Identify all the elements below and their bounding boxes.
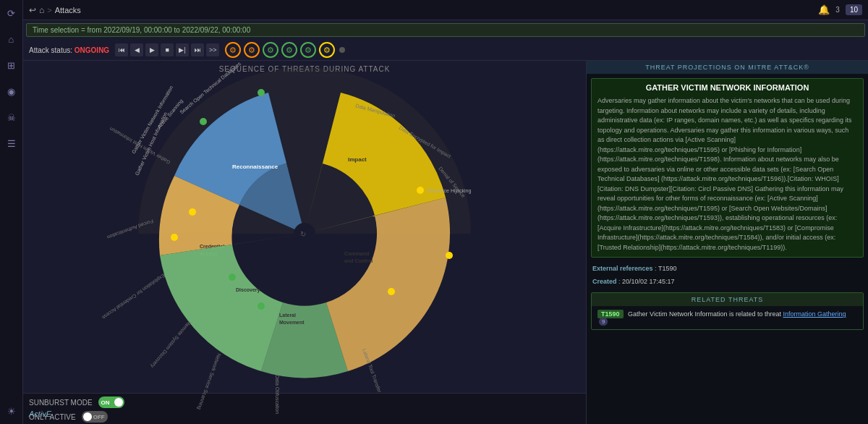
sunburst-mode-toggle[interactable]: ON xyxy=(98,397,124,408)
label-reconnaissance: Reconnaissance xyxy=(232,164,278,170)
ctrl-icon-filter3[interactable]: ⚙ xyxy=(263,42,278,58)
related-threats-section: RELATED THREATS T1590 Gather Victim Netw… xyxy=(591,292,864,330)
time-bar: Time selection = from 2022/09/19, 00:00:… xyxy=(26,23,865,37)
skip-back-button[interactable]: ⏮ xyxy=(115,43,128,56)
dot-active-scanning[interactable] xyxy=(200,118,207,125)
sidebar-icon-skull[interactable]: ☠ xyxy=(3,109,20,126)
center-icon[interactable]: ↻ xyxy=(300,230,306,238)
only-active-toggle[interactable]: OFF xyxy=(82,411,108,423)
history-icon[interactable]: ↩ xyxy=(29,5,36,15)
ctrl-icon-filter1[interactable]: ⚙ xyxy=(225,42,241,58)
user-badge[interactable]: 10 xyxy=(846,4,862,15)
outer-label-10: Gather Victim Host Information xyxy=(109,126,171,165)
attack-status-label: Attack status: ONGOING xyxy=(29,46,109,54)
only-active-row: ONLY ACTIVE OFF xyxy=(29,411,580,423)
topbar: ↩ ⌂ > Attacks 🔔 3 10 xyxy=(23,0,868,20)
bottom-bar: SUNBURST MODE ON ONLY ACTIVE OFF LEGEND xyxy=(23,393,586,424)
sunburst-container[interactable]: Gather Victim Network Information Active… xyxy=(23,75,586,393)
outer-label-8: Exploitation for Credential Access xyxy=(101,272,166,321)
step-forward-button[interactable]: ▶| xyxy=(176,43,189,56)
label-c2: Command xyxy=(344,251,369,256)
sidebar: ⟳ ⌂ ⊞ ◉ ☠ ☰ ☀ xyxy=(0,0,23,424)
related-threat-text2: is related to threat xyxy=(729,310,783,318)
skip-forward-button[interactable]: ⏭ xyxy=(191,43,204,56)
dot-app-layer[interactable] xyxy=(388,288,395,295)
related-threats-header: RELATED THREATS xyxy=(592,293,863,306)
notification-icon[interactable]: 🔔 xyxy=(818,4,830,15)
active-label: ActivE xyxy=(29,410,51,418)
created-value: 20/10/02 17:45:17 xyxy=(622,278,675,285)
threat-detail-box: GATHER VICTIM NETWORK INFORMATION Advers… xyxy=(591,78,864,258)
stop-button[interactable]: ■ xyxy=(161,43,174,56)
chart-section: SEQUENCE OF THREATS DURING ATTACK Gather… xyxy=(23,61,586,424)
toggle-off-label: OFF xyxy=(93,414,105,420)
main-content: ↩ ⌂ > Attacks 🔔 3 10 Time selection = fr… xyxy=(23,0,868,424)
dot-separator xyxy=(339,47,345,53)
ctrl-icon-filter6[interactable]: ⚙ xyxy=(319,42,335,58)
home-icon[interactable]: ⌂ xyxy=(39,5,44,15)
threat-title: GATHER VICTIM NETWORK INFORMATION xyxy=(597,83,857,92)
fast-forward-button[interactable]: >> xyxy=(206,43,219,56)
ctrl-icon-filter5[interactable]: ⚙ xyxy=(300,42,316,58)
topbar-right: 🔔 3 10 xyxy=(818,4,862,15)
label-impact: Impact xyxy=(348,156,367,163)
dot-remote-system[interactable] xyxy=(258,302,265,310)
ctrl-icon-filter2[interactable]: ⚙ xyxy=(244,42,260,58)
sidebar-icon-shield[interactable]: ◉ xyxy=(3,82,20,100)
sunburst-mode-row: SUNBURST MODE ON xyxy=(29,397,580,408)
sidebar-icon-home[interactable]: ⌂ xyxy=(3,30,20,48)
sidebar-icon-sun[interactable]: ☀ xyxy=(3,402,20,420)
dot-network-scan[interactable] xyxy=(229,274,236,281)
threat-description: Adversaries may gather information about… xyxy=(597,96,857,253)
play-button[interactable]: ▶ xyxy=(145,43,158,56)
sidebar-icon-grid[interactable]: ⊞ xyxy=(3,56,20,74)
created-label: Created xyxy=(592,278,617,285)
label-c2-2: and Control xyxy=(344,258,373,263)
breadcrumb: ↩ ⌂ > Attacks xyxy=(29,5,81,15)
dot-forced-auth2[interactable] xyxy=(189,208,196,216)
dot-forced-auth[interactable] xyxy=(171,234,178,241)
label-lateral-movement: Lateral xyxy=(279,313,296,318)
outer-label-5: Data Obfuscation xyxy=(275,375,280,414)
content-area: SEQUENCE OF THREATS DURING ATTACK Gather… xyxy=(23,61,868,424)
label-discovery: Discovery xyxy=(236,287,260,293)
dot-gather-victim[interactable] xyxy=(258,89,265,96)
toggle-knob xyxy=(114,398,123,407)
dot-resource-hijacking[interactable] xyxy=(417,187,424,194)
external-ref-value: T1590 xyxy=(658,265,677,272)
breadcrumb-sep: > xyxy=(47,6,51,14)
related-threat-link[interactable]: Information Gathering xyxy=(783,310,846,318)
external-ref-label: External references xyxy=(592,265,653,272)
related-threat-item: T1590 Gather Victim Network Information … xyxy=(592,306,863,329)
dot-c2-outer[interactable] xyxy=(446,252,453,259)
status-ongoing: ONGOING xyxy=(75,46,109,54)
notification-count: 3 xyxy=(835,6,840,14)
label-lateral-movement2: Movement xyxy=(279,320,305,325)
external-ref-row: External references : T1590 xyxy=(587,262,868,275)
related-threat-text1: Gather Victim Network Information xyxy=(628,310,729,318)
ctrl-icon-filter4[interactable]: ⚙ xyxy=(281,42,297,58)
created-row: Created : 20/10/02 17:45:17 xyxy=(587,275,868,288)
related-count: 9 xyxy=(599,318,608,326)
step-back-button[interactable]: ◀ xyxy=(130,43,143,56)
toggle-off-knob xyxy=(83,412,92,421)
sidebar-icon-history[interactable]: ⟳ xyxy=(3,4,20,22)
outer-label-7: Remote System Discovery xyxy=(149,320,192,370)
playback-controls: ⏮ ◀ ▶ ■ ▶| ⏭ >> xyxy=(115,43,219,56)
breadcrumb-page: Attacks xyxy=(55,6,81,14)
sunburst-mode-label: SUNBURST MODE xyxy=(29,399,93,407)
right-panel-header: THREAT PROJECTIONS ON MITRE ATT&CK® xyxy=(587,61,868,74)
right-panel: THREAT PROJECTIONS ON MITRE ATT&CK® GATH… xyxy=(586,61,868,424)
sidebar-icon-chat[interactable]: ☰ xyxy=(3,135,20,152)
attack-bar: Attack status: ONGOING ⏮ ◀ ▶ ■ ▶| ⏭ >> ⚙… xyxy=(23,40,868,61)
toggle-on-label: ON xyxy=(101,399,110,406)
